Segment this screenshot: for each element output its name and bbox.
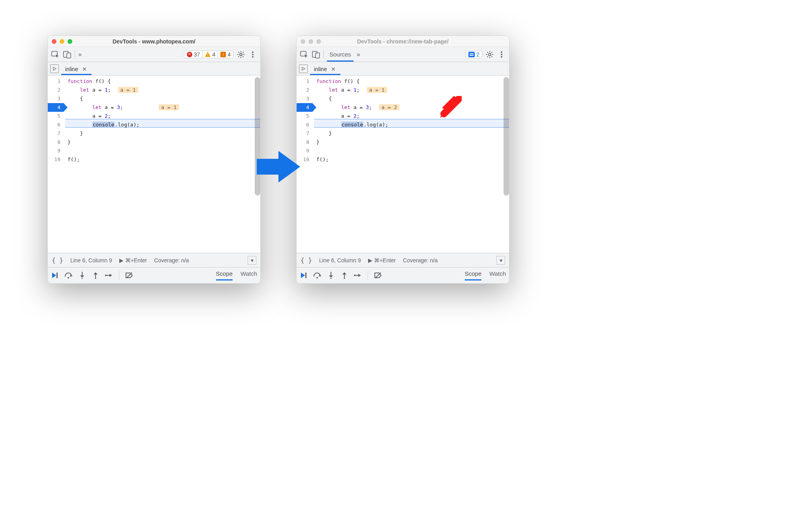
svg-rect-2: [67, 53, 71, 58]
step-into-button[interactable]: [78, 271, 86, 280]
run-snippet-hint[interactable]: ▶ ⌘+Enter: [368, 257, 396, 264]
titlebar[interactable]: DevTools - www.photopea.com/: [48, 36, 260, 47]
debugger-toolbar: Scope Watch: [297, 267, 509, 283]
scope-tab[interactable]: Scope: [465, 270, 482, 280]
svg-marker-29: [302, 67, 305, 70]
device-toolbar-icon[interactable]: [63, 50, 71, 59]
separator: [75, 50, 75, 59]
window-title: DevTools - www.photopea.com/: [48, 38, 260, 45]
coverage-status: Coverage: n/a: [154, 257, 189, 264]
svg-point-40: [344, 278, 345, 279]
scope-tab[interactable]: Scope: [216, 270, 233, 280]
svg-point-27: [501, 54, 502, 55]
code-content[interactable]: function f() { let a = 1;a = 1 { let a =…: [314, 75, 509, 253]
close-tab-icon[interactable]: ✕: [81, 66, 88, 72]
file-tab-label: inline: [65, 66, 78, 72]
code-editor[interactable]: 123 4 5678910 function f() { let a = 1;a…: [297, 75, 509, 253]
resume-button[interactable]: [51, 271, 60, 280]
step-button[interactable]: [353, 271, 362, 280]
error-count-badge[interactable]: 37: [184, 51, 203, 58]
step-out-button[interactable]: [91, 271, 100, 280]
titlebar[interactable]: DevTools - chrome://new-tab-page/: [297, 36, 509, 47]
step-over-button[interactable]: [64, 271, 73, 280]
warning-count: 4: [212, 51, 215, 58]
minimize-window-icon[interactable]: [60, 39, 64, 44]
pretty-print-icon[interactable]: { }: [52, 256, 63, 264]
svg-point-26: [501, 51, 502, 53]
more-panels-icon[interactable]: »: [357, 51, 360, 58]
svg-point-10: [68, 277, 69, 279]
devtools-window-right: DevTools - chrome://new-tab-page/ Source…: [296, 36, 509, 284]
selected-token: console: [92, 122, 115, 128]
svg-point-34: [316, 277, 318, 279]
close-tab-icon[interactable]: ✕: [330, 66, 336, 72]
coverage-status: Coverage: n/a: [403, 257, 438, 264]
warning-count-badge[interactable]: 4: [203, 51, 218, 58]
watch-tab[interactable]: Watch: [489, 270, 506, 280]
close-window-icon[interactable]: [301, 39, 305, 44]
svg-marker-12: [80, 275, 84, 278]
file-tab-label: inline: [314, 66, 327, 72]
more-menu-icon[interactable]: [248, 50, 257, 59]
status-dropdown-icon[interactable]: ▾: [496, 256, 505, 265]
close-window-icon[interactable]: [52, 39, 56, 44]
svg-marker-15: [94, 272, 98, 275]
more-menu-icon[interactable]: [497, 50, 506, 59]
deactivate-breakpoints-button[interactable]: [125, 271, 133, 280]
run-snippet-hint[interactable]: ▶ ⌘+Enter: [119, 257, 147, 264]
line-gutter[interactable]: 123 4 5678910: [48, 75, 65, 253]
step-over-button[interactable]: [313, 271, 322, 280]
console-counters[interactable]: 2: [466, 51, 482, 58]
execution-line-marker: 4: [48, 103, 64, 112]
svg-point-3: [240, 53, 242, 56]
settings-icon[interactable]: [237, 50, 245, 59]
inspect-element-icon[interactable]: [51, 50, 60, 59]
debug-panel-tabs: Scope Watch: [465, 270, 506, 280]
settings-icon[interactable]: [485, 50, 494, 59]
step-button[interactable]: [105, 271, 113, 280]
device-toolbar-icon[interactable]: [312, 50, 320, 59]
svg-marker-18: [109, 274, 112, 277]
navigator-toggle-icon[interactable]: [50, 64, 59, 73]
code-editor[interactable]: 123 4 5678910 function f() { let a = 1;a…: [48, 75, 260, 253]
zoom-window-icon[interactable]: [316, 39, 321, 44]
tab-strip: inline ✕: [48, 62, 260, 75]
issue-count-badge[interactable]: 4: [218, 51, 233, 58]
deactivate-breakpoints-button[interactable]: [374, 271, 382, 280]
issue-icon: [220, 52, 226, 57]
minimize-window-icon[interactable]: [308, 39, 313, 44]
vertical-scrollbar[interactable]: [504, 77, 509, 196]
file-tab-inline[interactable]: inline ✕: [310, 64, 340, 75]
status-dropdown-icon[interactable]: ▾: [248, 256, 256, 265]
file-tab-inline[interactable]: inline ✕: [61, 64, 92, 75]
code-content[interactable]: function f() { let a = 1;a = 1 { let a =…: [65, 75, 260, 253]
main-toolbar: » 37 4 4: [48, 47, 260, 62]
svg-point-6: [252, 56, 254, 58]
svg-point-16: [95, 278, 96, 279]
selected-token: console: [341, 122, 364, 128]
svg-point-25: [489, 53, 491, 56]
step-into-button[interactable]: [327, 271, 335, 280]
watch-tab[interactable]: Watch: [241, 270, 257, 280]
zoom-window-icon[interactable]: [68, 39, 72, 44]
window-title: DevTools - chrome://new-tab-page/: [297, 38, 509, 45]
main-toolbar: Sources » 2: [297, 47, 509, 62]
inspect-element-icon[interactable]: [300, 50, 308, 59]
message-count-badge[interactable]: 2: [466, 51, 482, 58]
console-counters[interactable]: 37 4 4: [184, 51, 233, 58]
svg-rect-24: [316, 53, 320, 58]
sources-panel-tab[interactable]: Sources: [327, 47, 353, 62]
navigator-toggle-icon[interactable]: [299, 64, 308, 73]
message-count: 2: [476, 51, 479, 58]
svg-point-4: [252, 51, 254, 53]
step-out-button[interactable]: [340, 271, 349, 280]
svg-point-5: [252, 54, 254, 55]
svg-point-43: [354, 275, 355, 276]
issue-count: 4: [227, 51, 231, 58]
message-icon: [468, 52, 475, 57]
more-panels-icon[interactable]: »: [78, 51, 82, 58]
pretty-print-icon[interactable]: { }: [301, 256, 312, 264]
resume-button[interactable]: [300, 271, 308, 280]
editor-status-bar: { } Line 6, Column 9 ▶ ⌘+Enter Coverage:…: [297, 253, 509, 267]
svg-rect-8: [56, 273, 58, 278]
